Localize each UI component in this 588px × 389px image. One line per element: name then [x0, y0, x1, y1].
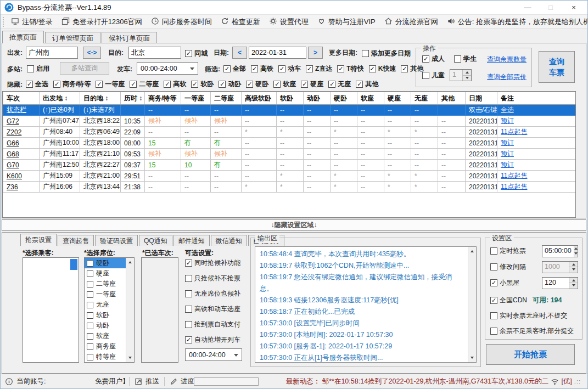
maximize-button[interactable]: □: [539, 1, 562, 14]
column-header[interactable]: 车次: [3, 92, 40, 105]
adult-checkbox[interactable]: ✓成人: [422, 54, 445, 64]
seat-option-二等座[interactable]: 二等座: [85, 279, 126, 289]
setting-spinner-定时抢票[interactable]: 05:00:00: [542, 245, 578, 257]
train-number-link[interactable]: G72: [7, 117, 19, 125]
train-number-link[interactable]: K600: [7, 172, 22, 180]
same-city-checkbox[interactable]: ✓同城: [185, 49, 208, 58]
train-number-link[interactable]: G70: [7, 161, 19, 169]
note-link[interactable]: 预订: [501, 139, 514, 146]
toolbar-item-gear[interactable]: 设置代理: [265, 15, 313, 29]
setting-checkbox-定时抢票[interactable]: 定时抢票: [490, 246, 526, 256]
train-number-link[interactable]: G66: [7, 139, 19, 147]
note-link[interactable]: 预订: [501, 161, 514, 168]
setting-checkbox-小黑屋[interactable]: ✓小黑屋: [490, 278, 519, 287]
seat-option-软座[interactable]: 软座: [85, 331, 126, 341]
seat-list-scrollbar[interactable]: [126, 258, 134, 362]
column-header[interactable]: 动卧: [304, 92, 331, 105]
option-高铁和动车选座[interactable]: 高铁和动车选座: [185, 305, 240, 314]
add-more-dates-checkbox[interactable]: 添加更多日期: [362, 49, 411, 58]
depart-time-select[interactable]: 00:00-24:00: [137, 62, 198, 75]
train-cell[interactable]: Z36: [3, 182, 40, 193]
column-header[interactable]: 软座: [357, 92, 384, 105]
spin-up-icon[interactable]: [574, 246, 578, 252]
hide-全选[interactable]: ✓全选: [26, 80, 48, 89]
date-prev-button[interactable]: <: [232, 47, 247, 59]
note-cell[interactable]: 预订: [497, 149, 576, 160]
train-number-link[interactable]: 状态栏: [7, 106, 26, 114]
page-tab-1[interactable]: 抢票页面: [2, 31, 44, 43]
option-只抢候补不抢票[interactable]: 只抢候补不抢票: [185, 274, 240, 283]
option-自动抢增开列车[interactable]: ✓自动抢增开列车: [185, 335, 240, 345]
toolbar-item-heart[interactable]: 赞助与注册VIP: [313, 15, 380, 29]
column-header[interactable]: 高级软卧: [242, 92, 277, 105]
date-next-button[interactable]: >: [308, 47, 323, 59]
hide-硬座[interactable]: ✓硬座: [301, 80, 323, 89]
spin-up-icon[interactable]: [569, 262, 578, 268]
column-header[interactable]: 目的地 ↕: [80, 92, 121, 105]
toolbar-item-home[interactable]: 分流抢票官网: [380, 15, 443, 29]
settings-tab-1[interactable]: 抢票设置: [20, 234, 57, 246]
table-row[interactable]: K600广州15:09北京西21:0029:51--------*--*--**…: [3, 171, 576, 182]
push-button[interactable]: 推送: [135, 377, 159, 386]
settings-tab-5[interactable]: 邮件通知: [173, 235, 210, 246]
table-row[interactable]: Z36广州16:06北京西13:4421:38------**--*--**--…: [3, 182, 576, 193]
hide-二等座[interactable]: ✓二等座: [130, 80, 159, 89]
toolbar-item-refresh[interactable]: 检查更新: [216, 15, 265, 29]
toolbar-item-window[interactable]: 免登录打开12306官网: [57, 15, 147, 29]
multi-query-button[interactable]: 多站查询: [60, 62, 109, 75]
setting-spinner-小黑屋[interactable]: 120: [542, 277, 578, 289]
status-row[interactable]: 状态栏(↑)已选0列(↓)未选7列--------------------双击/…: [3, 105, 576, 116]
page-tab-3[interactable]: 候补订单页面: [102, 32, 157, 43]
note-cell[interactable]: 预订: [497, 116, 576, 127]
spin-down-icon[interactable]: [569, 283, 578, 289]
note-cell[interactable]: 全选: [497, 105, 576, 116]
note-link[interactable]: 11点起售: [501, 183, 527, 190]
hide-动卧[interactable]: ✓动卧: [219, 80, 241, 89]
scroll-up-icon[interactable]: [128, 260, 132, 263]
setting-checkbox-实时余票无座时,不提交[interactable]: 实时余票无座时,不提交: [490, 311, 567, 320]
column-header[interactable]: 历时 ↕: [121, 92, 145, 105]
hide-软座[interactable]: ✓软座: [273, 80, 296, 89]
setting-checkbox-修改间隔[interactable]: 修改间隔: [490, 262, 526, 272]
train-number-link[interactable]: Z36: [7, 183, 18, 191]
note-link[interactable]: 11点起售: [501, 128, 527, 136]
option-抢到票自动支付[interactable]: 抢到票自动支付: [185, 320, 240, 329]
table-row[interactable]: G68广州南11:17北京西21:1009:53候补候补候补----------…: [3, 149, 576, 160]
note-cell[interactable]: 11点起售: [497, 182, 576, 193]
settings-tab-4[interactable]: QQ通知: [139, 235, 172, 246]
note-cell[interactable]: 11点起售: [497, 171, 576, 182]
query-prices-link[interactable]: 查询全部票价: [487, 72, 527, 82]
query-remaining-link[interactable]: 查询余票数量: [487, 55, 527, 64]
resize-grip[interactable]: .::: [574, 378, 581, 385]
toolbar-item-logout[interactable]: 注销/登录: [7, 15, 57, 29]
hide-无座[interactable]: ✓无座: [328, 80, 351, 89]
note-cell[interactable]: 预订: [497, 160, 576, 171]
settings-tab-3[interactable]: 验证码设置: [95, 235, 138, 246]
query-tickets-button[interactable]: 查询车票: [539, 51, 575, 83]
table-row[interactable]: Z202广州08:40北京西06:4922:09------**--*--**-…: [3, 127, 576, 138]
setting-checkbox-cdn[interactable]: ✓全国CDN: [490, 296, 527, 305]
seat-option-特等座[interactable]: 特等座: [85, 352, 126, 362]
column-header[interactable]: 出发地 ↕: [40, 92, 80, 105]
date-input[interactable]: [249, 47, 306, 59]
scroll-up-icon[interactable]: [471, 249, 474, 252]
train-number-link[interactable]: Z202: [7, 128, 21, 136]
seat-option-动卧[interactable]: 动卧: [85, 320, 126, 331]
train-cell[interactable]: 状态栏: [3, 105, 40, 116]
train-cell[interactable]: K600: [3, 171, 40, 182]
train-cell[interactable]: G70: [3, 160, 40, 171]
settings-tab-6[interactable]: 微信通知: [211, 235, 247, 246]
seat-option-软卧[interactable]: 软卧: [85, 310, 126, 320]
spin-down-icon[interactable]: [574, 251, 578, 257]
hide-其他[interactable]: ✓其他: [356, 80, 378, 89]
column-header[interactable]: 一等座: [181, 92, 211, 105]
seat-option-一等座[interactable]: 一等座: [85, 289, 126, 300]
page-tab-2[interactable]: 订单管理页面: [45, 32, 100, 43]
note-link[interactable]: 预订: [501, 117, 514, 125]
note-link[interactable]: 预订: [501, 150, 514, 157]
option-同时抢候补功能[interactable]: ✓同时抢候补功能: [185, 258, 240, 268]
table-row[interactable]: G72广州南07:47北京西18:2210:35候补候补候补----------…: [3, 116, 576, 127]
table-row[interactable]: G70广州南12:50北京西22:2709:371510有-----------…: [3, 160, 576, 171]
multi-enable-checkbox[interactable]: 启用: [27, 64, 49, 74]
train-cell[interactable]: Z202: [3, 127, 40, 138]
